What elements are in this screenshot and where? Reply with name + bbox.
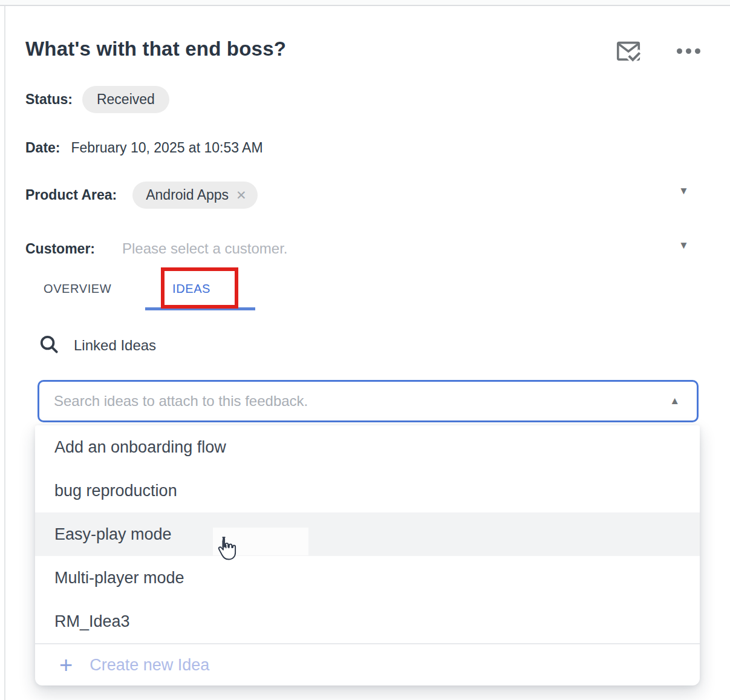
date-label: Date: <box>25 140 60 156</box>
customer-dropdown-caret-icon[interactable]: ▼ <box>679 240 689 252</box>
idea-results-dropdown: Add an onboarding flow bug reproduction … <box>35 425 700 685</box>
status-badge[interactable]: Received <box>82 86 169 113</box>
mail-check-icon <box>614 57 642 67</box>
date-row: Date: February 10, 2025 at 10:53 AM <box>25 140 263 156</box>
idea-option[interactable]: Multi-player mode <box>35 556 700 600</box>
idea-option-hovered[interactable]: Easy-play mode <box>35 512 700 556</box>
ellipsis-icon <box>677 48 682 54</box>
status-label: Status: <box>25 91 73 108</box>
annotation-highlight-box <box>161 267 238 309</box>
feedback-detail-panel: What's with that end boss? Status: Recei… <box>0 0 730 700</box>
cursor-pointer-icon <box>213 535 238 563</box>
idea-option[interactable]: Add an onboarding flow <box>35 425 700 469</box>
customer-label: Customer: <box>25 241 95 257</box>
chip-remove-icon[interactable]: ✕ <box>236 189 247 201</box>
linked-ideas-title: Linked Ideas <box>74 337 156 354</box>
more-options-button[interactable] <box>673 42 704 59</box>
product-area-row: Product Area: Android Apps ✕ <box>25 182 258 209</box>
customer-row: Customer: Please select a customer. <box>25 240 287 257</box>
panel-top-border <box>0 0 730 6</box>
create-new-idea-button[interactable]: + Create new Idea <box>35 643 700 685</box>
page-title: What's with that end boss? <box>25 38 286 61</box>
idea-option[interactable]: bug reproduction <box>35 469 700 512</box>
date-value: February 10, 2025 at 10:53 AM <box>71 140 263 156</box>
panel-left-border <box>4 6 5 700</box>
idea-search-combobox: ▲ <box>37 380 699 422</box>
idea-search-input[interactable] <box>39 393 670 410</box>
tab-overview[interactable]: OVERVIEW <box>44 282 111 296</box>
create-new-idea-label: Create new Idea <box>90 656 209 675</box>
mail-check-button[interactable] <box>614 38 644 67</box>
product-area-chip[interactable]: Android Apps ✕ <box>132 182 257 209</box>
customer-placeholder[interactable]: Please select a customer. <box>122 240 287 257</box>
status-row: Status: Received <box>25 86 169 113</box>
linked-ideas-header: Linked Ideas <box>37 333 156 358</box>
chip-label: Android Apps <box>146 187 229 203</box>
idea-option[interactable]: RM_Idea3 <box>35 600 700 643</box>
search-icon <box>37 333 60 358</box>
collapse-caret-icon[interactable]: ▲ <box>670 395 697 407</box>
plus-icon: + <box>59 653 73 676</box>
product-area-label: Product Area: <box>25 187 117 203</box>
product-area-dropdown-caret-icon[interactable]: ▼ <box>679 185 689 197</box>
